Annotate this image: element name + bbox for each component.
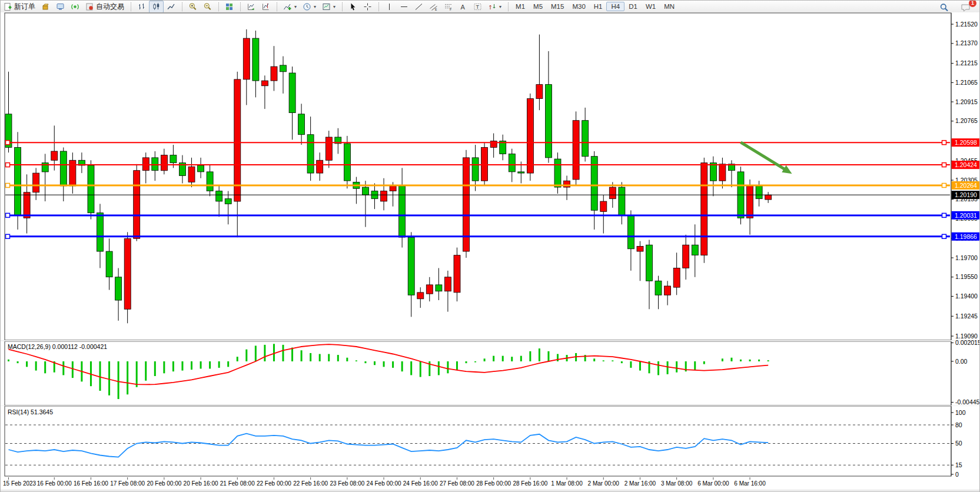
mt4-terminal-window: 新订单 自动交易 ▾ ▾ ▾ E F A T ▾ <box>0 0 980 492</box>
rsi-axis-label: 80 <box>955 421 962 428</box>
text-tool-icon[interactable]: A <box>456 1 470 13</box>
auto-trading-label: 自动交易 <box>96 2 124 12</box>
terminal-icon[interactable] <box>53 1 68 13</box>
chart-window: ▼ GBPUSD-,H41.20154 1.20213 1.20127 1.20… <box>1 12 980 492</box>
notifications-chat-icon[interactable]: 1 <box>958 1 974 14</box>
time-axis-label: 2 Mar 00:00 <box>588 480 620 487</box>
indicators-icon[interactable]: ▾ <box>280 1 300 13</box>
vertical-line-tool-icon[interactable] <box>382 1 397 13</box>
line-chart-icon[interactable] <box>164 1 178 13</box>
price-tick-label: 1.21520 <box>955 21 978 28</box>
search-icon[interactable] <box>936 1 952 14</box>
chevron-down-icon: ▾ <box>314 4 316 9</box>
price-label-badge-text: 1.20598 <box>955 139 977 146</box>
bar-chart-icon[interactable] <box>134 1 149 13</box>
timeframe-h4-button[interactable]: H4 <box>606 2 624 11</box>
deposit-icon[interactable] <box>38 1 53 13</box>
toolbar-separator <box>131 2 132 11</box>
time-axis-label: 22 Feb 00:00 <box>257 480 291 487</box>
time-axis-label: 17 Feb 08:00 <box>110 480 145 487</box>
main-toolbar: 新订单 自动交易 ▾ ▾ ▾ E F A T ▾ <box>1 1 980 13</box>
price-tick-label: 1.21065 <box>955 79 978 86</box>
toolbar-separator <box>218 2 220 11</box>
timeframe-m15-button[interactable]: M15 <box>547 2 568 11</box>
line-handle[interactable] <box>6 213 10 217</box>
time-axis-label: 27 Feb 08:00 <box>440 480 474 487</box>
auto-trading-button[interactable]: 自动交易 <box>82 1 127 13</box>
candle <box>481 142 488 186</box>
time-axis-label: 28 Feb 16:00 <box>513 480 547 487</box>
timeframe-m30-button[interactable]: M30 <box>568 2 589 11</box>
templates-icon[interactable]: ▾ <box>319 1 338 13</box>
line-handle[interactable] <box>942 141 946 145</box>
zoom-in-icon[interactable] <box>185 1 200 13</box>
trendline-tool-icon[interactable] <box>411 1 426 13</box>
time-axis-label: 6 Mar 16:00 <box>734 480 766 487</box>
chevron-down-icon: ▾ <box>499 4 501 9</box>
candle <box>88 160 94 219</box>
candle <box>344 136 350 188</box>
toolbar-separator <box>508 2 509 11</box>
toolbar-separator <box>378 2 380 11</box>
periods-icon[interactable]: ▾ <box>300 1 319 13</box>
label-tool-icon[interactable]: T <box>470 1 485 13</box>
price-label-badge-text: 1.20264 <box>955 182 977 189</box>
time-axis-label: 28 Feb 00:00 <box>476 480 511 487</box>
timeframe-h1-button[interactable]: H1 <box>590 2 607 11</box>
pane-divider[interactable] <box>1 340 980 341</box>
svg-text:E: E <box>435 8 437 11</box>
macd-axis-label: 0.00 <box>955 358 968 365</box>
line-handle[interactable] <box>942 213 946 217</box>
time-axis-label: 16 Feb 00:00 <box>37 480 72 487</box>
time-axis-label: 22 Feb 16:00 <box>293 480 328 487</box>
new-order-button[interactable]: 新订单 <box>1 1 38 13</box>
zoom-out-icon[interactable] <box>200 1 215 13</box>
line-handle[interactable] <box>6 184 10 188</box>
chart-shift-icon[interactable] <box>258 1 273 13</box>
timeframe-m5-button[interactable]: M5 <box>529 2 547 11</box>
signals-icon[interactable] <box>68 1 82 13</box>
time-axis-label: 20 Feb 00:00 <box>147 480 181 487</box>
time-axis-label: 21 Feb 08:00 <box>220 480 255 487</box>
time-axis-label: 15 Feb 2023 <box>3 480 36 487</box>
line-handle[interactable] <box>6 163 10 167</box>
price-tick-label: 1.21215 <box>955 59 978 67</box>
line-handle[interactable] <box>942 234 946 238</box>
candlestick-chart-icon[interactable] <box>149 1 164 13</box>
time-axis-label: 3 Mar 08:00 <box>661 480 693 487</box>
cursor-icon[interactable] <box>346 1 360 13</box>
timeframe-w1-button[interactable]: W1 <box>642 2 660 11</box>
horizontal-line-tool-icon[interactable] <box>397 1 411 13</box>
price-tick-label: 1.20765 <box>955 117 978 124</box>
price-tick-label: 1.19700 <box>955 254 978 261</box>
pane-divider[interactable] <box>1 405 980 406</box>
price-label-badge-text: 1.20424 <box>955 161 977 168</box>
timeframe-d1-button[interactable]: D1 <box>624 2 642 11</box>
tile-windows-icon[interactable] <box>222 1 237 13</box>
new-order-icon <box>4 2 12 11</box>
candle <box>463 150 470 258</box>
macd-axis-label: -0.004451 <box>955 398 980 405</box>
time-axis-label: 16 Feb 16:00 <box>74 480 108 487</box>
candle <box>573 111 579 186</box>
line-handle[interactable] <box>6 141 10 145</box>
chevron-down-icon: ▾ <box>333 4 335 9</box>
rsi-axis-label: 100 <box>955 409 966 416</box>
line-handle[interactable] <box>6 234 10 238</box>
rsi-axis-label: 15 <box>955 461 962 468</box>
svg-text:A: A <box>461 3 466 10</box>
rsi-axis-label: 0 <box>955 471 959 478</box>
timeframe-mn-button[interactable]: MN <box>660 2 679 11</box>
notification-badge: 1 <box>969 0 976 7</box>
price-tick-label: 1.20915 <box>955 98 978 105</box>
time-axis-label: 24 Feb 00:00 <box>367 480 401 487</box>
channel-tool-icon[interactable]: E <box>426 1 441 13</box>
line-handle[interactable] <box>942 184 946 188</box>
line-handle[interactable] <box>942 163 946 167</box>
auto-scroll-icon[interactable] <box>244 1 258 13</box>
arrows-tool-icon[interactable]: ▾ <box>485 1 504 13</box>
timeframe-m1-button[interactable]: M1 <box>511 2 529 11</box>
crosshair-icon[interactable] <box>360 1 375 13</box>
fibonacci-tool-icon[interactable]: F <box>441 1 456 13</box>
gbpusd-chart-svg[interactable]: ▼ GBPUSD-,H41.20154 1.20213 1.20127 1.20… <box>1 12 980 492</box>
